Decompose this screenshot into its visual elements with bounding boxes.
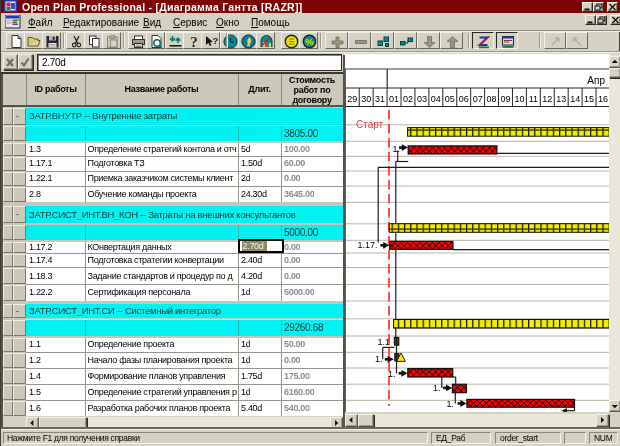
svg-text:11: 11 xyxy=(529,94,538,104)
svg-text:1.: 1. xyxy=(447,399,455,409)
svg-text:12: 12 xyxy=(542,94,552,104)
svg-text:07: 07 xyxy=(473,94,483,104)
svg-text:31: 31 xyxy=(375,94,385,104)
svg-text:Старт: Старт xyxy=(356,119,384,130)
svg-text:1.: 1. xyxy=(393,144,401,154)
svg-text:03: 03 xyxy=(417,94,427,104)
svg-text:13: 13 xyxy=(556,94,566,104)
svg-text:30: 30 xyxy=(361,94,371,104)
svg-text:15: 15 xyxy=(584,94,594,104)
svg-text:10: 10 xyxy=(514,94,524,104)
svg-text:?: ? xyxy=(212,35,218,46)
svg-text:29: 29 xyxy=(347,94,357,104)
svg-text:Апр: Апр xyxy=(587,75,605,86)
svg-text:09: 09 xyxy=(500,94,510,104)
svg-text:1.1: 1.1 xyxy=(378,337,391,347)
svg-text:08: 08 xyxy=(487,94,497,104)
svg-text:1.: 1. xyxy=(375,354,383,364)
svg-text:?: ? xyxy=(190,34,198,49)
svg-text:1.: 1. xyxy=(433,383,441,393)
svg-text:02: 02 xyxy=(403,94,413,104)
svg-text:14: 14 xyxy=(570,94,580,104)
svg-text:%: % xyxy=(305,36,314,47)
svg-text:01: 01 xyxy=(389,94,399,104)
svg-text:05: 05 xyxy=(445,94,455,104)
svg-text:04: 04 xyxy=(431,94,441,104)
svg-text:1.17.: 1.17. xyxy=(358,240,378,250)
svg-text:16: 16 xyxy=(598,94,608,104)
svg-text:06: 06 xyxy=(459,94,469,104)
svg-text:1.: 1. xyxy=(388,369,396,379)
